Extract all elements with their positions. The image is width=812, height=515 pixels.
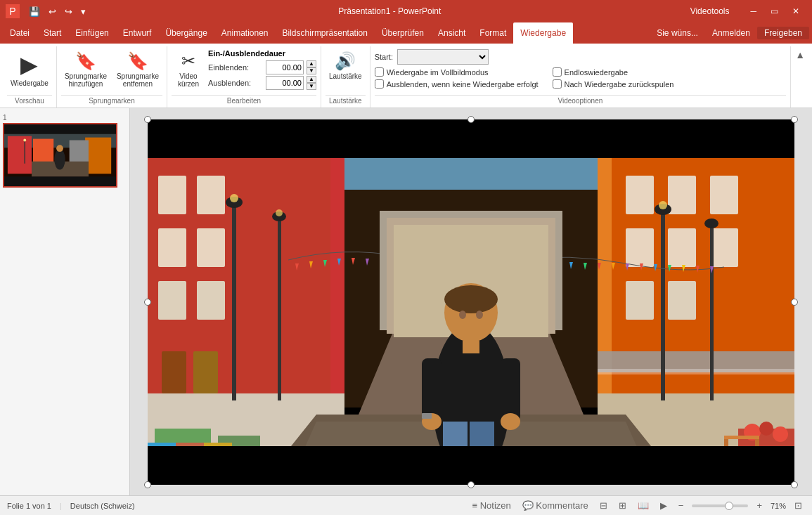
svg-point-90 <box>476 311 483 319</box>
vollbild-check[interactable]: Wiedergabe im Vollbildmodus <box>375 67 539 77</box>
videooptionen-label: Videooptionen <box>375 95 786 107</box>
status-bar: Folie 1 von 1 | Deutsch (Schweiz) ≡ Noti… <box>0 495 812 515</box>
slide-info: Folie 1 von 1 <box>7 502 51 510</box>
lautstaerke-label: Lautstärke <box>326 95 366 107</box>
ribbon-collapse-button[interactable]: ▲ <box>791 46 809 63</box>
ausblenden-input[interactable] <box>266 76 304 90</box>
menu-einfuegen[interactable]: Einfügen <box>68 22 115 44</box>
zoom-out-button[interactable]: − <box>676 499 687 512</box>
normal-view-button[interactable]: ⊟ <box>597 499 610 512</box>
sprungmarke-entfernen-button[interactable]: 🔖 Sprungmarke entfernen <box>113 49 162 90</box>
restore-button[interactable]: ▭ <box>763 4 785 19</box>
handle-mr[interactable] <box>791 299 798 306</box>
zoom-in-button[interactable]: + <box>754 499 765 512</box>
wiedergabe-button[interactable]: ▶ Wiedergabe <box>7 49 52 89</box>
svg-point-47 <box>276 209 283 216</box>
svg-rect-35 <box>668 228 696 267</box>
undo-button[interactable]: ↩ <box>45 5 60 18</box>
context-tools-label: Videotools <box>690 6 730 16</box>
svg-point-103 <box>773 426 788 442</box>
svg-point-11 <box>23 139 26 142</box>
svg-rect-112 <box>148 119 794 158</box>
svg-point-44 <box>230 194 238 202</box>
menu-freigeben[interactable]: Freigeben <box>757 27 809 39</box>
close-button[interactable]: ✕ <box>785 4 806 19</box>
svg-point-9 <box>56 145 63 152</box>
slide-preview-1[interactable] <box>3 123 117 188</box>
menu-ansicht[interactable]: Ansicht <box>431 22 472 44</box>
menu-ueberpruefen[interactable]: Überprüfen <box>375 22 431 44</box>
menu-wiedergabe[interactable]: Wiedergabe <box>513 22 573 44</box>
svg-point-88 <box>444 285 498 313</box>
einblenden-input[interactable] <box>266 60 304 74</box>
minimize-button[interactable]: ─ <box>743 4 763 19</box>
handle-ml[interactable] <box>144 299 151 306</box>
notes-button[interactable]: ≡ Notizen <box>469 499 513 512</box>
svg-rect-22 <box>158 281 186 320</box>
zoom-thumb <box>725 502 733 510</box>
menu-bar: Datei Start Einfügen Entwurf Übergänge A… <box>0 22 812 44</box>
svg-rect-33 <box>710 176 738 214</box>
comment-icon: 💬 <box>522 500 534 511</box>
einblenden-row: Einblenden: ▲ ▼ <box>208 60 316 74</box>
svg-rect-5 <box>85 138 111 174</box>
svg-rect-91 <box>463 341 479 355</box>
svg-rect-45 <box>278 218 281 400</box>
handle-tr[interactable] <box>791 116 798 123</box>
slide-preview-svg <box>4 123 116 188</box>
handle-br[interactable] <box>791 481 798 488</box>
video-kuerzen-button[interactable]: ✂ Video kürzen <box>172 49 205 90</box>
sprungmarke-hinzufuegen-button[interactable]: 🔖 Sprungmarke hinzufügen <box>61 49 110 90</box>
menu-anmelden[interactable]: Anmelden <box>705 28 757 38</box>
svg-rect-25 <box>193 351 218 393</box>
ausblenden-check[interactable]: Ausblenden, wenn keine Wiedergabe erfolg… <box>375 79 539 89</box>
slide-canvas[interactable] <box>148 119 794 485</box>
handle-bc[interactable] <box>468 481 475 488</box>
svg-rect-18 <box>158 176 186 214</box>
handle-bl[interactable] <box>144 481 151 488</box>
menu-uebergaenge[interactable]: Übergänge <box>158 22 214 44</box>
fit-window-button[interactable]: ⊡ <box>792 499 805 512</box>
slide-thumbnail-1[interactable]: 1 <box>3 114 127 188</box>
ausblenden-down[interactable]: ▼ <box>307 83 316 90</box>
ausblenden-up[interactable]: ▲ <box>307 76 316 83</box>
svg-point-102 <box>759 422 773 436</box>
einblenden-up[interactable]: ▲ <box>307 60 316 67</box>
slideshow-button[interactable]: ▶ <box>657 499 670 512</box>
comments-button[interactable]: 💬 Kommentare <box>520 499 591 512</box>
menu-right-items: Sie wüns... Anmelden Freigeben <box>650 22 809 44</box>
zurueck-check[interactable]: Nach Wiedergabe zurückspulen <box>553 79 674 89</box>
customize-qat-button[interactable]: ▾ <box>77 5 89 18</box>
ausblenden-checkbox[interactable] <box>375 79 384 89</box>
menu-datei[interactable]: Datei <box>3 22 37 44</box>
menu-entwurf[interactable]: Entwurf <box>116 22 159 44</box>
menu-start[interactable]: Start <box>37 22 68 44</box>
menu-bildschirm[interactable]: Bildschirmpräsentation <box>276 22 375 44</box>
svg-rect-42 <box>232 204 236 400</box>
svg-point-96 <box>501 413 520 430</box>
start-select[interactable]: Beim Klicken Automatisch <box>397 49 489 65</box>
ribbon-group-videooptionen: Start: Beim Klicken Automatisch Wiederga… <box>370 46 791 107</box>
menu-animationen[interactable]: Animationen <box>214 22 276 44</box>
start-label: Start: <box>375 53 393 61</box>
slides-panel: 1 <box>0 108 130 495</box>
handle-tl[interactable] <box>144 116 151 123</box>
lautstaerke-button[interactable]: 🔊 Lautstärke <box>326 49 366 82</box>
menu-search[interactable]: Sie wüns... <box>650 28 705 38</box>
save-button[interactable]: 💾 <box>25 5 44 18</box>
vollbild-checkbox[interactable] <box>375 67 384 77</box>
menu-format[interactable]: Format <box>472 22 513 44</box>
handle-tc[interactable] <box>468 116 475 123</box>
zoom-slider[interactable] <box>692 504 748 507</box>
einblenden-down[interactable]: ▼ <box>307 67 316 74</box>
zurueck-checkbox[interactable] <box>553 79 562 89</box>
redo-button[interactable]: ↪ <box>61 5 76 18</box>
einblenden-label: Einblenden: <box>208 63 263 72</box>
reading-view-button[interactable]: 📖 <box>635 499 652 512</box>
endlos-checkbox[interactable] <box>553 67 562 77</box>
quick-save-bar: 💾 ↩ ↪ ▾ <box>25 5 89 18</box>
svg-rect-99 <box>422 413 432 419</box>
slide-sorter-button[interactable]: ⊞ <box>616 499 629 512</box>
endlos-check[interactable]: Endloswiedergabe <box>553 67 674 77</box>
svg-rect-34 <box>626 228 654 267</box>
